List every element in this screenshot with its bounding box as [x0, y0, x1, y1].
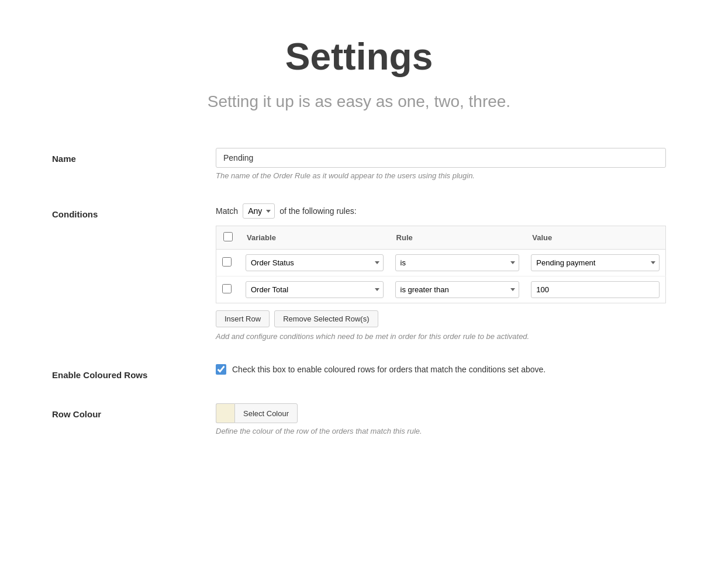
- row1-variable-select[interactable]: Order Status Order Total: [246, 254, 384, 271]
- colour-swatch[interactable]: [216, 403, 234, 423]
- row2-rule-select[interactable]: is is greater than is less than: [395, 281, 520, 298]
- name-row: Name The name of the Order Rule as it wo…: [52, 148, 666, 180]
- conditions-content: Match Any All of the following rules: Va: [216, 203, 666, 341]
- settings-form: Name The name of the Order Rule as it wo…: [52, 148, 666, 435]
- row2-checkbox-cell: [216, 276, 240, 303]
- insert-row-button[interactable]: Insert Row: [216, 310, 270, 327]
- enable-coloured-rows-text: Check this box to enable coloured rows f…: [232, 365, 546, 374]
- match-suffix: of the following rules:: [279, 206, 357, 216]
- enable-coloured-rows-label: Enable Coloured Rows: [52, 364, 216, 380]
- conditions-description: Add and configure conditions which need …: [216, 332, 666, 341]
- col-variable-header: Variable: [240, 226, 389, 250]
- table-header-row: Variable Rule Value: [216, 226, 666, 250]
- row1-value-cell: Pending payment Processing On hold Compl…: [525, 250, 665, 276]
- colour-picker-row: Select Colour: [216, 403, 666, 423]
- match-select[interactable]: Any All: [243, 203, 275, 219]
- col-value-header: Value: [525, 226, 665, 250]
- row2-variable-select[interactable]: Order Status Order Total: [246, 281, 384, 298]
- row1-checkbox-cell: [216, 250, 240, 276]
- row1-rule-select[interactable]: is is not: [395, 254, 520, 271]
- conditions-label: Conditions: [52, 203, 216, 219]
- row-colour-description: Define the colour of the row of the orde…: [216, 427, 666, 435]
- enable-coloured-checkbox-row: Check this box to enable coloured rows f…: [216, 364, 666, 375]
- name-field-content: The name of the Order Rule as it would a…: [216, 148, 666, 180]
- row-colour-label: Row Colour: [52, 403, 216, 419]
- col-rule-header: Rule: [389, 226, 526, 250]
- enable-coloured-rows-row: Enable Coloured Rows Check this box to e…: [52, 364, 666, 380]
- conditions-row: Conditions Match Any All of the followin…: [52, 203, 666, 341]
- row-colour-content: Select Colour Define the colour of the r…: [216, 403, 666, 435]
- enable-coloured-rows-checkbox[interactable]: [216, 364, 226, 375]
- header-checkbox-cell: [216, 226, 240, 250]
- table-row: Order Status Order Total is is greater t…: [216, 276, 666, 303]
- row1-variable-cell: Order Status Order Total: [240, 250, 389, 276]
- name-description: The name of the Order Rule as it would a…: [216, 171, 666, 180]
- match-row: Match Any All of the following rules:: [216, 203, 666, 219]
- page-subtitle: Setting it up is as easy as one, two, th…: [47, 90, 671, 113]
- match-prefix: Match: [216, 206, 238, 216]
- name-input[interactable]: [216, 148, 666, 168]
- row2-rule-cell: is is greater than is less than: [389, 276, 526, 303]
- table-row: Order Status Order Total is is not: [216, 250, 666, 276]
- remove-rows-button[interactable]: Remove Selected Row(s): [274, 310, 378, 327]
- row1-rule-cell: is is not: [389, 250, 526, 276]
- page-header: Settings Setting it up is as easy as one…: [47, 35, 671, 113]
- header-checkbox[interactable]: [223, 232, 233, 241]
- row2-value-input[interactable]: [531, 281, 660, 298]
- row1-value-select[interactable]: Pending payment Processing On hold Compl…: [531, 254, 660, 271]
- row2-value-cell: [525, 276, 665, 303]
- conditions-table-body: Order Status Order Total is is not: [216, 250, 666, 303]
- name-label: Name: [52, 148, 216, 164]
- row1-checkbox[interactable]: [222, 257, 232, 267]
- row2-variable-cell: Order Status Order Total: [240, 276, 389, 303]
- row2-checkbox[interactable]: [222, 284, 232, 293]
- select-colour-button[interactable]: Select Colour: [234, 403, 298, 423]
- page-title: Settings: [47, 35, 671, 78]
- table-actions: Insert Row Remove Selected Row(s): [216, 310, 666, 327]
- row-colour-row: Row Colour Select Colour Define the colo…: [52, 403, 666, 435]
- conditions-table: Variable Rule Value: [216, 226, 666, 303]
- enable-coloured-rows-content: Check this box to enable coloured rows f…: [216, 364, 666, 375]
